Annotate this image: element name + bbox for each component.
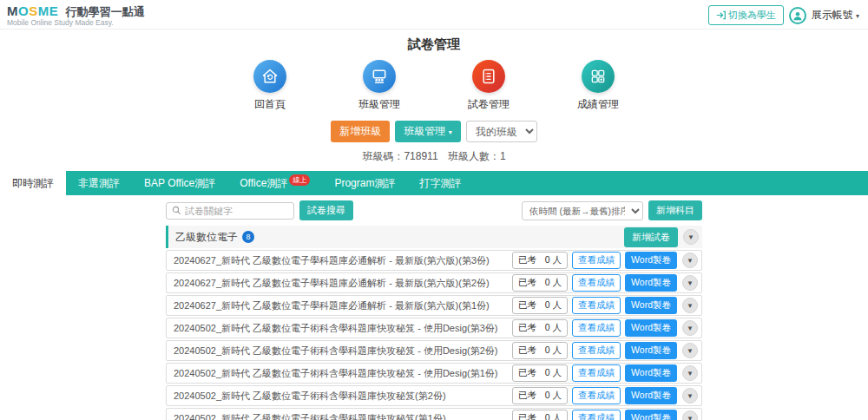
exam-title: 20240627_新時代 乙級數位電子學科題庫必通解析 - 最新版(第六版)(第… bbox=[174, 254, 512, 267]
nav-home[interactable]: 回首頁 bbox=[242, 60, 298, 112]
search-exam-button[interactable]: 試卷搜尋 bbox=[299, 200, 353, 220]
taken-label: 已考 bbox=[518, 412, 536, 420]
exam-row: 20240627_新時代 乙級數位電子學科題庫必通解析 - 最新版(第六版)(第… bbox=[166, 295, 702, 316]
row-menu-button[interactable]: ▼ bbox=[682, 343, 698, 358]
word-make-exam-button[interactable]: Word製卷 bbox=[625, 297, 677, 314]
exam-title: 20240627_新時代 乙級數位電子學科題庫必通解析 - 最新版(第六版)(第… bbox=[174, 277, 512, 290]
exam-count-badge: 8 bbox=[242, 231, 254, 243]
chevron-down-icon: ▼ bbox=[687, 325, 694, 332]
add-exam-button[interactable]: 新增試卷 bbox=[624, 227, 678, 247]
switch-to-student-button[interactable]: 切換為學生 bbox=[708, 5, 784, 25]
taken-label: 已考 bbox=[518, 299, 536, 312]
row-menu-button[interactable]: ▼ bbox=[682, 365, 698, 381]
sort-select[interactable]: 依時間 (最新→最舊)排序 bbox=[522, 201, 643, 220]
row-menu-button[interactable]: ▼ bbox=[682, 275, 698, 291]
view-scores-button[interactable]: 查看成績 bbox=[572, 319, 621, 337]
add-subject-button[interactable]: 新增科目 bbox=[648, 200, 702, 220]
view-scores-button[interactable]: 查看成績 bbox=[572, 252, 621, 269]
brand-tagline: Mobile Online Study Made Easy. bbox=[7, 19, 145, 27]
nav-exam-management[interactable]: 試卷管理 bbox=[461, 60, 516, 112]
exam-title: 20240502_新時代 乙級數位電子術科含學科題庫快攻秘笈 - 使用Desig… bbox=[174, 367, 512, 380]
taken-label: 已考 bbox=[518, 277, 536, 289]
nav-class-management[interactable]: 班級管理 bbox=[352, 60, 407, 112]
taken-label: 已考 bbox=[518, 367, 536, 379]
class-info: 班級碼：718911 班級人數：1 bbox=[0, 149, 868, 164]
manage-class-dropdown[interactable]: 班級管理 ▾ bbox=[395, 121, 460, 142]
person-icon bbox=[792, 10, 803, 21]
chevron-down-icon: ▼ bbox=[687, 392, 694, 400]
view-scores-button[interactable]: 查看成績 bbox=[572, 297, 621, 314]
tab-nonselect-assessment[interactable]: 非選測評 bbox=[66, 171, 132, 195]
chevron-down-icon: ▼ bbox=[687, 347, 694, 355]
exam-row: 20240502_新時代 乙級數位電子術科含學科題庫快攻秘笈(第2份) 已考 0… bbox=[166, 385, 702, 406]
subject-header: 乙級數位電子 8 新增試卷 ▼ bbox=[166, 226, 702, 248]
view-scores-button[interactable]: 查看成績 bbox=[572, 364, 621, 382]
online-badge: 線上 bbox=[289, 174, 310, 186]
exam-row: 20240627_新時代 乙級數位電子學科題庫必通解析 - 最新版(第六版)(第… bbox=[166, 250, 702, 271]
exam-row: 20240502_新時代 乙級數位電子術科含學科題庫快攻秘笈 - 使用Desig… bbox=[166, 318, 702, 338]
row-menu-button[interactable]: ▼ bbox=[682, 253, 698, 268]
word-make-exam-button[interactable]: Word製卷 bbox=[625, 410, 677, 420]
avatar[interactable] bbox=[789, 7, 806, 24]
taken-label: 已考 bbox=[518, 345, 536, 357]
tab-typing-assessment[interactable]: 打字測評 bbox=[407, 171, 473, 195]
section-rows: 20240627_新時代 乙級數位電子學科題庫必通解析 - 最新版(第六版)(第… bbox=[166, 250, 702, 420]
taken-count-box: 已考 0 人 bbox=[512, 342, 568, 359]
tab-instant-assessment[interactable]: 即時測評 bbox=[0, 171, 66, 195]
row-menu-button[interactable]: ▼ bbox=[682, 388, 698, 404]
view-scores-button[interactable]: 查看成績 bbox=[572, 342, 621, 359]
taken-count-box: 已考 0 人 bbox=[512, 319, 568, 337]
my-class-select[interactable]: 我的班級 bbox=[466, 121, 537, 142]
exam-title: 20240627_新時代 乙級數位電子學科題庫必通解析 - 最新版(第六版)(第… bbox=[174, 299, 512, 312]
classroom-icon bbox=[363, 60, 396, 93]
search-box bbox=[166, 202, 294, 220]
view-scores-button[interactable]: 查看成績 bbox=[572, 274, 621, 292]
word-make-exam-button[interactable]: Word製卷 bbox=[625, 274, 677, 292]
nav-score-management[interactable]: 成績管理 bbox=[570, 60, 626, 112]
taken-label: 已考 bbox=[518, 254, 536, 266]
chevron-down-icon: ▼ bbox=[687, 415, 694, 420]
taken-count-box: 已考 0 人 bbox=[512, 387, 568, 404]
chevron-down-icon: ▼ bbox=[687, 257, 694, 265]
chevron-down-icon: ▾ bbox=[856, 12, 859, 20]
view-scores-button[interactable]: 查看成績 bbox=[572, 410, 621, 420]
chevron-down-icon: ▾ bbox=[449, 128, 452, 136]
logo[interactable]: MOSME 行動學習一點通 Mobile Online Study Made E… bbox=[7, 4, 145, 27]
taken-count: 0 人 bbox=[545, 277, 562, 289]
chevron-down-icon: ▼ bbox=[687, 279, 694, 287]
word-make-exam-button[interactable]: Word製卷 bbox=[625, 342, 677, 359]
view-scores-button[interactable]: 查看成績 bbox=[572, 387, 621, 404]
exam-title: 20240502_新時代 乙級數位電子術科含學科題庫快攻秘笈 - 使用Desig… bbox=[174, 322, 512, 335]
exam-title: 20240502_新時代 乙級數位電子術科含學科題庫快攻秘笈(第1份) bbox=[174, 412, 512, 420]
taken-count-box: 已考 0 人 bbox=[512, 410, 568, 420]
row-menu-button[interactable]: ▼ bbox=[682, 298, 698, 313]
sign-in-arrow-icon bbox=[716, 10, 726, 20]
tab-office-assessment[interactable]: Office測評線上 bbox=[227, 171, 322, 195]
add-class-button[interactable]: 新增班級 bbox=[331, 121, 390, 142]
taken-count-box: 已考 0 人 bbox=[512, 297, 568, 314]
taken-count: 0 人 bbox=[545, 299, 562, 312]
search-input[interactable] bbox=[185, 206, 287, 216]
exam-row: 20240502_新時代 乙級數位電子術科含學科題庫快攻秘笈(第1份) 已考 0… bbox=[166, 408, 702, 420]
logo-letters: MOSME bbox=[7, 3, 58, 18]
word-make-exam-button[interactable]: Word製卷 bbox=[625, 364, 677, 382]
account-menu[interactable]: 展示帳號 ▾ bbox=[812, 8, 859, 23]
tab-program-assessment[interactable]: Program測評 bbox=[322, 171, 407, 195]
exam-list-icon bbox=[472, 60, 505, 93]
subject-section: 乙級數位電子 8 新增試卷 ▼ 20240627_新時代 乙級數位電子學科題庫必… bbox=[166, 226, 702, 420]
sections: 乙級數位電子 8 新增試卷 ▼ 20240627_新時代 乙級數位電子學科題庫必… bbox=[166, 226, 702, 420]
row-menu-button[interactable]: ▼ bbox=[682, 410, 698, 420]
tab-bap-office-assessment[interactable]: BAP Office測評 bbox=[132, 171, 227, 195]
page-title: 試卷管理 bbox=[0, 36, 868, 53]
word-make-exam-button[interactable]: Word製卷 bbox=[625, 252, 677, 269]
toolbar: 試卷搜尋 依時間 (最新→最舊)排序 新增科目 bbox=[166, 200, 702, 220]
row-menu-button[interactable]: ▼ bbox=[682, 320, 698, 336]
collapse-section-button[interactable]: ▼ bbox=[683, 229, 699, 245]
exam-title: 20240502_新時代 乙級數位電子術科含學科題庫快攻秘笈(第2份) bbox=[174, 390, 512, 403]
word-make-exam-button[interactable]: Word製卷 bbox=[625, 319, 677, 337]
grades-grid-icon bbox=[582, 60, 615, 93]
class-size: 班級人數：1 bbox=[448, 150, 506, 162]
exam-row: 20240502_新時代 乙級數位電子術科含學科題庫快攻秘笈 - 使用Desig… bbox=[166, 340, 702, 361]
word-make-exam-button[interactable]: Word製卷 bbox=[625, 387, 677, 404]
search-icon bbox=[172, 206, 181, 215]
